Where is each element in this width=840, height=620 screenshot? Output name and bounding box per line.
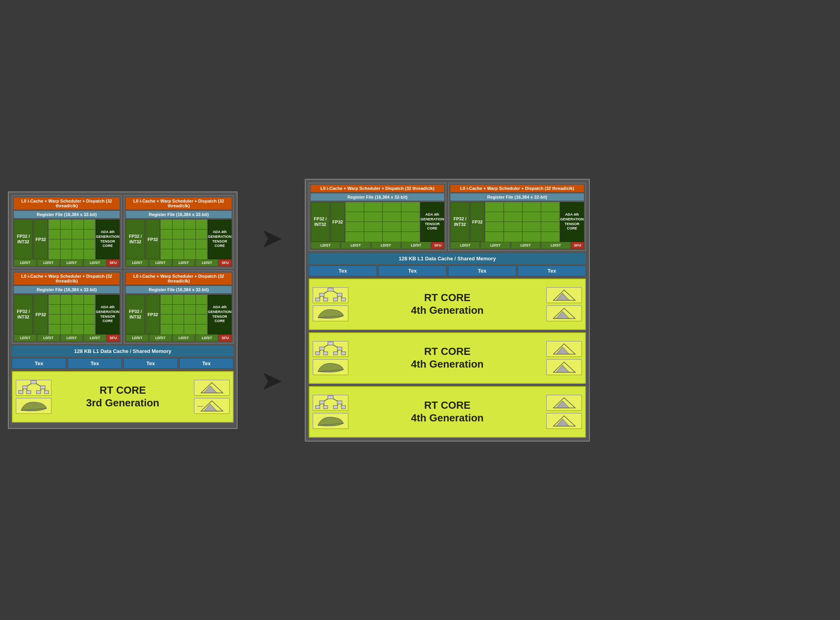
svg-rect-64 (337, 401, 342, 404)
right-ldst-0-3: LD/ST (401, 242, 431, 249)
right-register-bar-1: Register File (16,384 x 32-bit) (450, 193, 584, 201)
right-rt-tri2-2 (546, 413, 582, 429)
svg-rect-26 (328, 288, 333, 291)
ldst-3-3: LD/ST (196, 334, 218, 341)
compute-row-1: FP32 / INT32 FP32 ADA 4th GENERATION TEN… (126, 220, 232, 259)
right-rt-label-2: RT CORE 4th Generation (352, 399, 542, 424)
right-sfu-1: SFU (571, 242, 584, 249)
tri2-svg-icon-r1 (547, 360, 581, 375)
page-container: L0 i-Cache + Warp Scheduler + Dispatch (… (8, 179, 832, 442)
svg-rect-46 (337, 347, 342, 350)
ldst-3-0: LD/ST (126, 334, 148, 341)
right-rt-diagrams-1-left (313, 341, 348, 375)
right-rt-tree-1 (313, 341, 348, 357)
svg-rect-47 (315, 352, 320, 355)
svg-rect-65 (315, 406, 320, 409)
register-bar-2: Register File (16,384 x 32-bit) (14, 286, 120, 293)
right-tensor-box-0: ADA 4th GENERATION TENSOR CORE (420, 202, 444, 242)
right-ldst-row-1: LD/ST LD/ST LD/ST LD/ST SFU (450, 242, 584, 249)
svg-rect-29 (315, 298, 320, 301)
left-sub-partitions-grid: L0 i-Cache + Warp Scheduler + Dispatch (… (12, 195, 234, 343)
left-sub-partition-2: L0 i-Cache + Warp Scheduler + Dispatch (… (12, 271, 122, 343)
orange-bar-3: L0 i-Cache + Warp Scheduler + Dispatch (… (126, 273, 232, 284)
svg-marker-55 (556, 365, 569, 372)
right-sub-partitions-grid: L0 i-Cache + Warp Scheduler + Dispatch (… (309, 183, 586, 251)
svg-rect-45 (319, 347, 324, 350)
svg-rect-44 (328, 342, 333, 345)
register-bar-1: Register File (16,384 x 32-bit) (126, 211, 232, 218)
svg-marker-16 (204, 386, 217, 393)
ldst-3-2: LD/ST (173, 334, 195, 341)
svg-rect-28 (337, 293, 342, 296)
leaf-svg-icon-r2 (314, 413, 348, 429)
right-ldst-1-0: LD/ST (450, 242, 480, 249)
fp32-int32-3: FP32 / INT32 (126, 295, 145, 334)
right-rt-diagrams-2-right (546, 395, 582, 429)
svg-rect-62 (328, 396, 333, 399)
ldst-row-0: LD/ST LD/ST LD/ST LD/ST SFU (14, 259, 120, 266)
ldst-0-3: LD/ST (84, 259, 106, 266)
ldst-0-1: LD/ST (37, 259, 60, 266)
leaf-svg-icon (17, 398, 51, 413)
svg-rect-32 (341, 298, 346, 301)
right-tex-2: Tex (448, 265, 516, 276)
right-rt-tri2-0 (546, 305, 582, 321)
fp32-int32-2: FP32 / INT32 (14, 295, 33, 334)
left-tex-row: Tex Tex Tex Tex (12, 358, 234, 369)
right-tex-1: Tex (378, 265, 447, 276)
right-rt-tree-2 (313, 395, 348, 411)
fp32-2: FP32 (34, 295, 48, 334)
ldst-1-1: LD/ST (149, 259, 172, 266)
svg-rect-7 (23, 386, 27, 389)
svg-rect-9 (19, 391, 23, 394)
right-ldst-row-0: LD/ST LD/ST LD/ST LD/ST SFU (311, 242, 444, 249)
right-rt-core-2: RT CORE 4th Generation (309, 386, 586, 438)
svg-rect-27 (319, 293, 324, 296)
svg-marker-53 (556, 347, 569, 354)
right-ldst-0-0: LD/ST (311, 242, 340, 249)
ldst-0-0: LD/ST (14, 259, 36, 266)
right-rt-tri-2 (546, 395, 582, 411)
tree-svg-icon (17, 380, 51, 395)
right-ldst-1-1: LD/ST (481, 242, 510, 249)
fp32-0: FP32 (34, 220, 48, 259)
right-rt-diagrams-2-left (313, 395, 348, 429)
svg-rect-11 (36, 391, 41, 394)
left-sm: L0 i-Cache + Warp Scheduler + Dispatch (… (8, 191, 238, 429)
right-l1-cache: 128 KB L1 Data Cache / Shared Memory (309, 253, 586, 264)
svg-rect-50 (341, 352, 346, 355)
tri-svg-icon-r2 (547, 395, 581, 410)
compute-row-2: FP32 / INT32 FP32 ADA 4th GENERATION TEN… (14, 295, 120, 334)
tri2-svg-icon-r2 (547, 413, 581, 429)
svg-marker-37 (556, 311, 569, 319)
right-register-bar-0: Register File (16,384 x 32-bit) (311, 193, 444, 201)
tensor-box-3: ADA 4th GENERATION TENSOR CORE (208, 295, 232, 334)
svg-rect-67 (333, 406, 338, 409)
sfu-1: SFU (219, 259, 232, 266)
right-compute-row-0: FP32 / INT32 FP32 ADA 4th GENERATION TEN… (311, 202, 444, 242)
sfu-0: SFU (107, 259, 120, 266)
left-rt-diagrams (16, 380, 51, 414)
bottom-arrow: ➤ (261, 370, 281, 393)
right-fp32-int32-1: FP32 / INT32 (450, 202, 469, 242)
left-tex-0: Tex (12, 358, 66, 369)
right-rt-diagrams-1-right (546, 341, 582, 375)
right-sm: L0 i-Cache + Warp Scheduler + Dispatch (… (305, 179, 590, 442)
ldst-3-1: LD/ST (149, 334, 172, 341)
right-rt-diagrams-0-right (546, 287, 582, 321)
svg-rect-30 (323, 298, 328, 301)
ldst-2-0: LD/ST (14, 334, 36, 341)
triangle2-svg-icon (195, 398, 229, 413)
right-tex-0: Tex (309, 265, 377, 276)
right-compute-row-1: FP32 / INT32 FP32 ADA 4th GENERATION TEN… (450, 202, 584, 242)
compute-row-0: FP32 / INT32 FP32 ADA 4th GENERATION TEN… (14, 220, 120, 259)
svg-rect-31 (333, 298, 338, 301)
right-grid-cells-0 (346, 202, 420, 242)
tri2-svg-icon-r0 (547, 306, 581, 321)
right-ldst-1-2: LD/ST (511, 242, 540, 249)
ldst-2-1: LD/ST (37, 334, 60, 341)
svg-marker-71 (556, 401, 569, 408)
left-rt-core: RT CORE 3rd Generation (12, 371, 234, 423)
tensor-box-2: ADA 4th GENERATION TENSOR CORE (96, 295, 120, 334)
right-tensor-box-1: ADA 4th GENERATION TENSOR CORE (560, 202, 584, 242)
